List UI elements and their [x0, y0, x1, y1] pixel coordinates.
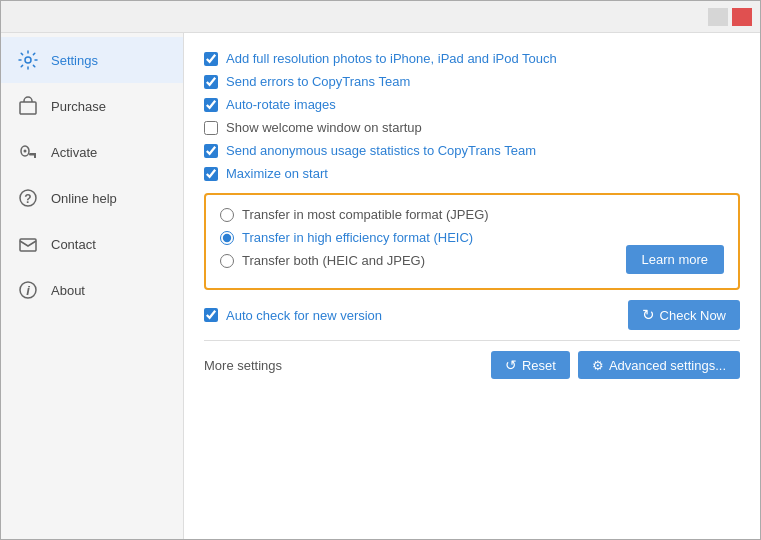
- checkbox-row-anon-stats: Send anonymous usage statistics to CopyT…: [204, 143, 740, 158]
- settings-window: Settings Purchase Activate ? Online help…: [0, 0, 761, 540]
- window-controls: [708, 8, 752, 26]
- content-area: Add full resolution photos to iPhone, iP…: [184, 33, 760, 539]
- more-settings-row: More settings↺Reset⚙Advanced settings...: [204, 351, 740, 379]
- sidebar-item-contact[interactable]: Contact: [1, 221, 183, 267]
- reset-label: Reset: [522, 358, 556, 373]
- sidebar-label-activate: Activate: [51, 145, 97, 160]
- learn-more-button[interactable]: Learn more: [626, 245, 724, 274]
- purchase-icon: [17, 95, 39, 117]
- radio-label-heic: Transfer in high efficiency format (HEIC…: [242, 230, 473, 245]
- checkbox-anon-stats[interactable]: [204, 144, 218, 158]
- checkbox-label-full-res: Add full resolution photos to iPhone, iP…: [226, 51, 557, 66]
- sidebar-label-online-help: Online help: [51, 191, 117, 206]
- auto-check-label: Auto check for new version: [226, 308, 382, 323]
- sidebar-label-purchase: Purchase: [51, 99, 106, 114]
- checkbox-welcome[interactable]: [204, 121, 218, 135]
- checkbox-send-errors[interactable]: [204, 75, 218, 89]
- action-buttons: ↺Reset⚙Advanced settings...: [491, 351, 740, 379]
- checkbox-row-maximize: Maximize on start: [204, 166, 740, 181]
- auto-check-checkbox-row: Auto check for new version: [204, 308, 382, 323]
- checkbox-auto-rotate[interactable]: [204, 98, 218, 112]
- titlebar: [1, 1, 760, 33]
- checkbox-row-send-errors: Send errors to CopyTrans Team: [204, 74, 740, 89]
- svg-rect-8: [20, 239, 36, 251]
- svg-rect-1: [20, 102, 36, 114]
- check-now-label: Check Now: [660, 308, 726, 323]
- sidebar-label-settings: Settings: [51, 53, 98, 68]
- svg-text:i: i: [26, 283, 30, 298]
- svg-point-0: [25, 57, 31, 63]
- advanced-icon: ⚙: [592, 358, 604, 373]
- svg-point-5: [24, 150, 27, 153]
- radio-label-both: Transfer both (HEIC and JPEG): [242, 253, 425, 268]
- checkbox-label-send-errors: Send errors to CopyTrans Team: [226, 74, 410, 89]
- settings-icon: [17, 49, 39, 71]
- transfer-options-box: Transfer in most compatible format (JPEG…: [204, 193, 740, 290]
- checkbox-maximize[interactable]: [204, 167, 218, 181]
- radio-label-jpeg: Transfer in most compatible format (JPEG…: [242, 207, 489, 222]
- radio-row-heic: Transfer in high efficiency format (HEIC…: [220, 230, 724, 245]
- sidebar: Settings Purchase Activate ? Online help…: [1, 33, 184, 539]
- sidebar-item-settings[interactable]: Settings: [1, 37, 183, 83]
- sidebar-item-about[interactable]: i About: [1, 267, 183, 313]
- reset-icon: ↺: [505, 357, 517, 373]
- sidebar-item-activate[interactable]: Activate: [1, 129, 183, 175]
- checkbox-label-auto-rotate: Auto-rotate images: [226, 97, 336, 112]
- check-now-button[interactable]: ↻Check Now: [628, 300, 740, 330]
- reset-button[interactable]: ↺Reset: [491, 351, 570, 379]
- activate-icon: [17, 141, 39, 163]
- radio-row-jpeg: Transfer in most compatible format (JPEG…: [220, 207, 724, 222]
- auto-check-row: Auto check for new version↻Check Now: [204, 300, 740, 330]
- radio-both[interactable]: [220, 254, 234, 268]
- checkbox-label-welcome: Show welcome window on startup: [226, 120, 422, 135]
- sidebar-item-purchase[interactable]: Purchase: [1, 83, 183, 129]
- svg-text:?: ?: [24, 192, 31, 206]
- radio-heic[interactable]: [220, 231, 234, 245]
- checkbox-full-res[interactable]: [204, 52, 218, 66]
- advanced-settings-button[interactable]: ⚙Advanced settings...: [578, 351, 740, 379]
- divider: [204, 340, 740, 341]
- more-settings-label: More settings: [204, 358, 282, 373]
- svg-rect-4: [34, 153, 36, 158]
- minimize-button[interactable]: [708, 8, 728, 26]
- close-button[interactable]: [732, 8, 752, 26]
- auto-check-checkbox[interactable]: [204, 308, 218, 322]
- about-icon: i: [17, 279, 39, 301]
- main-content: Settings Purchase Activate ? Online help…: [1, 33, 760, 539]
- online-help-icon: ?: [17, 187, 39, 209]
- checkbox-label-anon-stats: Send anonymous usage statistics to CopyT…: [226, 143, 536, 158]
- checkbox-row-auto-rotate: Auto-rotate images: [204, 97, 740, 112]
- contact-icon: [17, 233, 39, 255]
- checkbox-label-maximize: Maximize on start: [226, 166, 328, 181]
- checkbox-row-full-res: Add full resolution photos to iPhone, iP…: [204, 51, 740, 66]
- checkbox-row-welcome: Show welcome window on startup: [204, 120, 740, 135]
- advanced-label: Advanced settings...: [609, 358, 726, 373]
- check-now-icon: ↻: [642, 306, 655, 324]
- sidebar-item-online-help[interactable]: ? Online help: [1, 175, 183, 221]
- sidebar-label-about: About: [51, 283, 85, 298]
- radio-jpeg[interactable]: [220, 208, 234, 222]
- sidebar-label-contact: Contact: [51, 237, 96, 252]
